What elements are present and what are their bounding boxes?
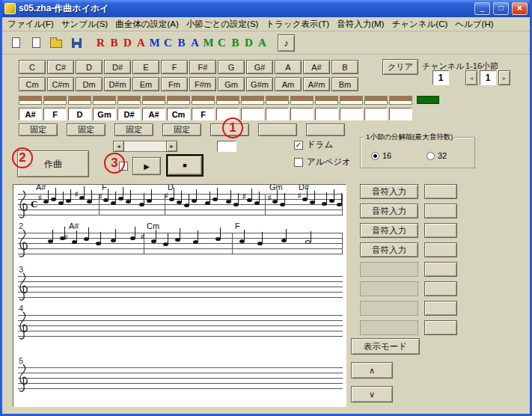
chord-button-F[interactable]: F [161, 60, 188, 74]
note-tool-button[interactable]: ♪ [278, 34, 295, 52]
fix-button[interactable] [306, 123, 345, 136]
chord-button-F#m[interactable]: F#m [189, 77, 216, 91]
chord-button-A#m[interactable]: A#m [303, 77, 330, 91]
chord-slot[interactable]: F [43, 108, 67, 120]
scroll-left-button[interactable]: ◄ [113, 141, 124, 152]
track-letter-button[interactable]: C [216, 37, 227, 49]
minimize-button[interactable]: _ [474, 2, 490, 15]
note-input-aux-button[interactable] [424, 242, 457, 257]
track-letter-button[interactable]: R [95, 37, 106, 49]
note-input-aux-button[interactable] [424, 204, 457, 218]
new-file-icon[interactable] [8, 35, 23, 50]
track-letter-button[interactable]: D [122, 37, 133, 49]
menu-item[interactable]: 小節ごとの設定(S) [183, 17, 263, 31]
menu-item[interactable]: トラック表示(T) [262, 17, 333, 31]
note-input-aux-button[interactable] [424, 262, 457, 277]
menu-item[interactable]: チャンネル(C) [388, 17, 451, 31]
measure-value[interactable]: 1 [480, 70, 496, 85]
chord-button-F#[interactable]: F# [189, 60, 216, 74]
note-input-aux-button[interactable] [424, 184, 457, 199]
resolution-32-radio[interactable] [426, 152, 435, 160]
fix-button[interactable] [258, 123, 297, 136]
fix-button[interactable]: 固定 [67, 123, 106, 136]
track-letter-button[interactable]: C [162, 37, 174, 49]
chord-slot[interactable] [290, 108, 314, 120]
chord-button-Cm[interactable]: Cm [19, 77, 46, 91]
chord-slot[interactable] [389, 108, 412, 120]
chord-button-D#m[interactable]: D#m [104, 77, 131, 91]
track-letter-button[interactable]: A [189, 37, 201, 49]
close-button[interactable]: × [512, 2, 528, 15]
drums-checkbox[interactable]: ✓ [294, 141, 303, 150]
track-letter-button[interactable]: A [135, 37, 147, 49]
maximize-button[interactable]: □ [493, 2, 509, 15]
display-mode-button[interactable]: 表示モード [351, 338, 420, 355]
chord-button-Bm[interactable]: Bm [331, 77, 358, 91]
note-input-aux-button[interactable] [424, 281, 457, 296]
chord-slot[interactable]: D# [117, 108, 141, 120]
menu-item[interactable]: ファイル(F) [4, 17, 58, 31]
down-button[interactable]: ∨ [351, 386, 393, 403]
small-value-field[interactable] [217, 141, 236, 152]
save-icon[interactable] [69, 35, 84, 50]
menu-item[interactable]: ヘルプ(H) [451, 17, 497, 31]
chord-button-A[interactable]: A [275, 60, 302, 74]
chord-button-C#m[interactable]: C#m [47, 77, 74, 91]
chord-slot[interactable] [340, 108, 363, 120]
note-input-button[interactable]: 音符入力 [360, 242, 418, 257]
note-input-aux-button[interactable] [424, 320, 457, 335]
track-letter-button[interactable]: M [203, 37, 214, 49]
note-input-button[interactable]: 音符入力 [360, 184, 418, 199]
chord-slot[interactable] [266, 108, 289, 120]
measure-next-button[interactable]: ► [498, 70, 510, 85]
menu-item[interactable]: 曲全体の設定(A) [111, 17, 183, 31]
menu-item[interactable]: 音符入力(M) [333, 17, 388, 31]
chord-button-C#[interactable]: C# [47, 60, 74, 74]
chord-button-D#[interactable]: D# [104, 60, 131, 74]
fix-button[interactable]: 固定 [162, 123, 201, 136]
resolution-16-radio[interactable] [371, 152, 379, 160]
chord-button-Fm[interactable]: Fm [161, 77, 188, 91]
track-letter-button[interactable]: A [257, 37, 268, 49]
chord-slot[interactable] [364, 108, 388, 120]
track-letter-button[interactable]: B [230, 37, 241, 49]
note-input-button[interactable]: 音符入力 [360, 223, 418, 238]
chord-button-D[interactable]: D [76, 60, 103, 74]
play-button[interactable]: ▶ [132, 157, 161, 175]
chord-button-B[interactable]: B [331, 60, 358, 74]
clear-button[interactable]: クリア [382, 59, 418, 75]
chord-button-A#[interactable]: A# [303, 60, 330, 74]
fix-button[interactable]: 固定 [19, 123, 58, 136]
chord-button-G[interactable]: G [218, 60, 245, 74]
copy-file-icon[interactable] [28, 35, 43, 50]
menu-item[interactable]: サンプル(S) [58, 17, 111, 31]
chord-button-C[interactable]: C [19, 60, 46, 74]
track-letter-button[interactable]: B [108, 37, 120, 49]
chord-button-G#[interactable]: G# [246, 60, 273, 74]
chord-slot[interactable]: Gm [93, 108, 116, 120]
chord-slot[interactable] [315, 108, 338, 120]
note-input-aux-button[interactable] [424, 223, 457, 238]
note-input-button[interactable]: 音符入力 [360, 204, 418, 218]
chord-button-Am[interactable]: Am [275, 77, 302, 91]
fix-button[interactable]: 固定 [114, 123, 153, 136]
chord-slot[interactable]: D [68, 108, 91, 120]
track-letter-button[interactable]: B [176, 37, 187, 49]
arpeggio-checkbox[interactable] [294, 158, 303, 167]
channel-value[interactable]: 1 [432, 70, 449, 85]
chord-slot[interactable]: A# [19, 108, 42, 120]
track-letter-button[interactable]: M [149, 37, 160, 49]
chord-button-Gm[interactable]: Gm [218, 77, 245, 91]
chord-button-G#m[interactable]: G#m [246, 77, 273, 91]
scroll-right-button[interactable]: ► [166, 141, 177, 152]
chord-button-Dm[interactable]: Dm [76, 77, 103, 91]
note-input-aux-button[interactable] [424, 301, 457, 316]
chord-button-Em[interactable]: Em [132, 77, 159, 91]
chord-slot[interactable] [241, 108, 264, 120]
track-letter-button[interactable]: D [243, 37, 254, 49]
open-folder-icon[interactable] [49, 35, 64, 50]
measure-prev-button[interactable]: ◄ [465, 70, 477, 85]
up-button[interactable]: ∧ [351, 362, 393, 379]
scrollbar-track[interactable] [124, 141, 166, 152]
chord-slot[interactable]: A# [142, 108, 165, 120]
